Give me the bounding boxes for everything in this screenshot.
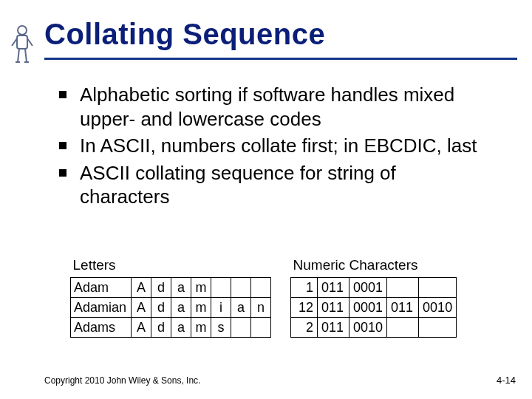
numeric-group: 011: [318, 318, 349, 338]
letter-cell: m: [191, 298, 211, 318]
numeric-n: 1: [291, 278, 318, 298]
letters-label: Adam: [71, 278, 132, 298]
bullet-item: ASCII collating sequence for string of c…: [59, 161, 488, 209]
numeric-header: Numeric Characters: [291, 255, 457, 278]
numeric-group: 011: [387, 298, 419, 318]
letter-cell: a: [171, 298, 191, 318]
svg-rect-1: [17, 35, 27, 49]
svg-line-4: [18, 49, 19, 62]
table-row: Adamian A d a m i a n: [71, 298, 271, 318]
letter-cell: m: [191, 318, 211, 338]
letter-cell: A: [132, 278, 151, 298]
letter-cell: m: [191, 278, 211, 298]
letter-cell: [231, 278, 251, 298]
table-row: Adam A d a m: [71, 278, 271, 298]
letter-cell: n: [251, 298, 271, 318]
svg-point-0: [18, 26, 27, 35]
numeric-group: 011: [318, 278, 349, 298]
letter-cell: d: [151, 318, 171, 338]
letter-cell: d: [151, 278, 171, 298]
letter-cell: a: [171, 278, 191, 298]
numeric-group: 011: [318, 298, 349, 318]
numeric-group: 0010: [419, 298, 457, 318]
numeric-n: 12: [291, 298, 318, 318]
letter-cell: i: [211, 298, 231, 318]
figure-icon: [9, 24, 35, 66]
numeric-group: 0001: [349, 298, 387, 318]
numeric-group: [387, 278, 419, 298]
page-number: 4-14: [497, 375, 516, 386]
svg-line-3: [27, 38, 33, 46]
letter-cell: [231, 318, 251, 338]
numeric-group: [419, 278, 457, 298]
svg-line-5: [25, 49, 27, 62]
letter-cell: A: [132, 318, 151, 338]
table-row: 12 011 0001 011 0010: [291, 298, 457, 318]
letter-cell: A: [132, 298, 151, 318]
bullet-item: In ASCII, numbers collate first; in EBCD…: [59, 134, 488, 158]
copyright-text: Copyright 2010 John Wiley & Sons, Inc.: [44, 375, 200, 386]
table-row: Adams A d a m s: [71, 318, 271, 338]
svg-line-2: [12, 38, 17, 46]
slide: Collating Sequence Alphabetic sorting if…: [0, 0, 532, 399]
letter-cell: a: [171, 318, 191, 338]
numeric-group: [387, 318, 419, 338]
numeric-n: 2: [291, 318, 318, 338]
tables-row: Letters Adam A d a m Adamian A d a m i a…: [70, 255, 506, 338]
letter-cell: [251, 278, 271, 298]
letters-label: Adamian: [71, 298, 132, 318]
table-row: 2 011 0010: [291, 318, 457, 338]
numeric-table: Numeric Characters 1 011 0001 12 011 000…: [290, 255, 457, 338]
letter-cell: s: [211, 318, 231, 338]
letter-cell: [251, 318, 271, 338]
bullet-item: Alphabetic sorting if software handles m…: [59, 83, 488, 131]
numeric-group: 0010: [349, 318, 387, 338]
letter-cell: d: [151, 298, 171, 318]
letters-header: Letters: [71, 255, 271, 278]
title-underline: [44, 58, 517, 60]
numeric-group: 0001: [349, 278, 387, 298]
numeric-group: [419, 318, 457, 338]
letters-label: Adams: [71, 318, 132, 338]
letter-cell: a: [231, 298, 251, 318]
letter-cell: [211, 278, 231, 298]
letters-table: Letters Adam A d a m Adamian A d a m i a…: [70, 255, 271, 338]
slide-title: Collating Sequence: [44, 18, 325, 51]
table-row: 1 011 0001: [291, 278, 457, 298]
bullet-list: Alphabetic sorting if software handles m…: [59, 83, 488, 212]
